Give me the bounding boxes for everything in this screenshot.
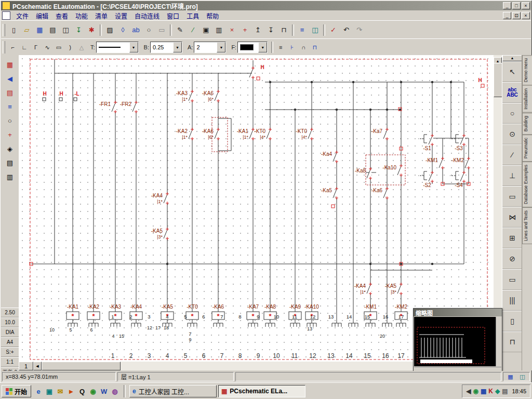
symbol-tab-2[interactable]: Installation [522, 85, 532, 113]
hscroll-thumb[interactable] [42, 362, 121, 370]
contact-nc-symbol[interactable]: ⊥ [502, 165, 522, 186]
chevron-down-icon[interactable]: ▼ [258, 42, 267, 52]
quicklaunch-msn[interactable]: ◉ [88, 386, 98, 396]
resistor-symbol[interactable]: ▭ [502, 269, 522, 290]
draft-mode-button[interactable]: ▨ [103, 23, 116, 36]
contact-no-symbol[interactable]: ∕ [502, 144, 522, 165]
net-navigator-button[interactable]: ◈ [3, 142, 17, 155]
database-button[interactable]: ◫ [309, 23, 322, 36]
task-button-forum[interactable]: e工控人家园 工控... [129, 385, 217, 397]
line-width-combo[interactable]: 0.25 ▼ [150, 42, 182, 53]
fuse-symbol[interactable]: ▯ [502, 311, 522, 331]
export-button[interactable]: ↧ [72, 23, 85, 36]
print-preview-button[interactable]: ◫ [59, 23, 72, 36]
mdi-restore-button[interactable]: ⊡ [512, 12, 521, 19]
menu-item-7[interactable]: 自动连线 [131, 11, 163, 21]
speaker-button[interactable]: ◀ [3, 72, 17, 85]
mdi-close-button[interactable]: × [522, 12, 530, 19]
grid-snap-button[interactable]: ▦ [3, 58, 17, 71]
valve-symbol[interactable]: ⋈ [502, 207, 522, 228]
delete-button[interactable]: × [225, 23, 238, 36]
tray-antivirus-icon[interactable]: ◉ [473, 388, 478, 395]
symbol-tab-6[interactable]: Lines and Texts [522, 207, 532, 244]
terminal-row-button[interactable]: ⊓ [277, 23, 290, 36]
tray-net-icon[interactable]: ▤ [502, 388, 508, 395]
rect-mode-button[interactable]: ▭ [53, 42, 64, 53]
angle-mode-button[interactable]: Γ [30, 42, 42, 53]
quicklaunch-word[interactable]: W [99, 386, 109, 396]
print-button[interactable]: ▤ [46, 23, 59, 36]
undo-button[interactable]: ↶ [340, 23, 353, 36]
notes-button[interactable]: ▤ [3, 156, 17, 169]
lamp-symbol[interactable]: ⊘ [502, 248, 522, 269]
overview-window[interactable]: 缩略图 [413, 308, 502, 374]
tray-input-icon[interactable]: K [488, 388, 493, 395]
arc-button[interactable]: ∩ [298, 42, 309, 53]
terminal-symbol[interactable]: ⊓ [502, 331, 522, 352]
ref-designation-button[interactable]: ≡ [275, 42, 286, 53]
menu-item-6[interactable]: 设置 [111, 11, 131, 21]
symbol-tab-5[interactable]: Database Examples [522, 162, 532, 207]
chevron-down-icon[interactable]: ▼ [129, 42, 138, 52]
symbol-menu-button[interactable]: ◊ [116, 23, 129, 36]
symbol-scroll-up-icon[interactable]: ▲ [502, 55, 522, 61]
menu-item-9[interactable]: 工具 [183, 11, 203, 21]
line-button[interactable]: ∕ [187, 23, 200, 36]
handbook-button[interactable]: ▤ [3, 86, 17, 99]
save-button[interactable]: ▦ [33, 23, 46, 36]
scroll-left-icon[interactable]: ◀ [33, 362, 42, 370]
move-button[interactable]: + [238, 23, 251, 36]
signal-button[interactable]: ⊓ [309, 42, 321, 53]
chevron-down-icon[interactable]: ▼ [173, 42, 182, 52]
status-save-icon[interactable]: ▦ [508, 374, 513, 380]
copy-button[interactable]: ▣ [200, 23, 212, 36]
paste-button[interactable]: ▥ [212, 23, 225, 36]
text-mode-button[interactable]: ab [129, 23, 142, 36]
box-symbol[interactable]: ⊞ [502, 228, 522, 248]
meter-symbol[interactable]: ⊙ [502, 124, 522, 144]
menu-item-8[interactable]: 窗口 [163, 11, 183, 21]
color-combo[interactable]: ▼ [237, 42, 268, 53]
overview-titlebar[interactable]: 缩略图 [414, 309, 502, 316]
window-maximize-button[interactable]: □ [512, 2, 521, 9]
spell-check-button[interactable]: ✓ [327, 23, 340, 36]
task-button-pcschematic[interactable]: ▦PCschematic ELa... [218, 385, 305, 397]
curve-mode-button[interactable]: ∿ [42, 42, 53, 53]
status-sync-icon[interactable]: ◫ [520, 374, 525, 380]
quicklaunch-mail[interactable]: ✉ [55, 386, 65, 396]
chevron-down-icon[interactable]: ▼ [217, 42, 225, 52]
area-mode-button[interactable]: ▭ [155, 23, 168, 36]
quicklaunch-qq[interactable]: Q [77, 386, 87, 396]
open-button[interactable]: ▱ [20, 23, 33, 36]
quicklaunch-show-desktop[interactable]: ▣ [44, 386, 55, 396]
tray-volume-icon[interactable]: ◀ [466, 388, 471, 395]
quicklaunch-media-player[interactable]: ► [66, 386, 76, 396]
window-minimize-button[interactable]: _ [503, 2, 511, 9]
quicklaunch-browser[interactable]: ◍ [110, 386, 120, 396]
coil-symbol[interactable]: ▭ [502, 186, 522, 207]
text-symbol[interactable]: abc ABC [502, 82, 522, 103]
menu-item-10[interactable]: 帮助 [203, 11, 222, 21]
log-button[interactable]: ▥ [3, 170, 17, 183]
menu-item-5[interactable]: 清单 [91, 11, 111, 21]
object-list-button[interactable]: ≡ [296, 23, 309, 36]
new-button[interactable]: ▯ [7, 23, 20, 36]
zoom-button[interactable]: ○ [3, 114, 17, 127]
settings-button[interactable]: ✱ [85, 23, 98, 36]
start-button[interactable]: 开始 [2, 385, 31, 397]
symbol-tab-3[interactable]: Building [522, 113, 532, 135]
toolbar-grip[interactable] [3, 24, 5, 36]
menu-item-4[interactable]: 功能 [72, 11, 91, 21]
tray-im-icon[interactable]: ◆ [495, 388, 500, 395]
reference-up-button[interactable]: ↥ [251, 23, 264, 36]
overview-vscrollbar[interactable] [496, 317, 501, 366]
circle-symbol[interactable]: ○ [502, 103, 522, 124]
redo-button[interactable]: ↷ [353, 23, 366, 36]
overview-content[interactable] [414, 317, 501, 366]
symbol-tab-4[interactable]: Pneumatic [522, 135, 532, 162]
pencil-button[interactable]: ✎ [174, 23, 187, 36]
angle-combo[interactable]: 2 ▼ [194, 42, 226, 53]
slant-mode-button[interactable]: △ [76, 42, 87, 53]
three-phase-symbol[interactable]: ||| [502, 290, 522, 311]
cursor-symbol[interactable]: ↖ [502, 61, 522, 82]
